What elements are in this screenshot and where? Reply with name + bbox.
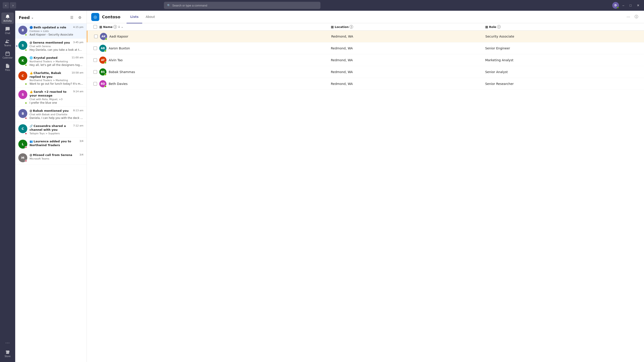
- sidebar-item-chat[interactable]: Chat: [1, 25, 14, 36]
- table-row[interactable]: AT Alvin Tao Redmond, WA Marketing Analy…: [87, 54, 644, 66]
- feed-item[interactable]: B 🔵Beth updated a role 4:15 pm Contoso >…: [15, 23, 86, 39]
- feed-item-preview: Hey Daniela, can you take a look at this…: [30, 48, 84, 51]
- select-all-checkbox-cell: [91, 25, 99, 28]
- sort-asc-icon[interactable]: ↓: [118, 25, 120, 28]
- feed-item[interactable]: M @Missed call from Serena 3/4 Microsoft…: [15, 151, 86, 165]
- app-body: Activity Chat Teams Calendar Files ··· S…: [0, 11, 644, 362]
- minimize-button[interactable]: –: [621, 3, 626, 8]
- cell-role: Security Associate: [486, 35, 640, 38]
- avatar-wrap: K: [18, 56, 27, 67]
- sidebar-item-files[interactable]: Files: [1, 62, 14, 73]
- sidebar-item-store[interactable]: Store: [1, 348, 14, 359]
- avatar-wrap: B: [18, 109, 27, 120]
- row-avatar: BD: [99, 80, 106, 87]
- select-all-checkbox[interactable]: [94, 25, 97, 28]
- avatar[interactable]: D: [612, 2, 619, 9]
- avatar-wrap: S: [18, 41, 27, 51]
- table-row[interactable]: BS Babak Shammas Redmond, WA Senior Anal…: [87, 66, 644, 78]
- feed-item-subtitle: Northwind Traders > Marketing: [30, 60, 84, 63]
- more-options-button[interactable]: ⋯: [625, 14, 632, 20]
- feed-title[interactable]: Feed ⌄: [19, 15, 34, 20]
- feed-item[interactable]: L 👥Laurence added you to Northwind Trade…: [15, 137, 86, 151]
- search-bar[interactable]: 🔍: [164, 2, 320, 9]
- row-checkbox[interactable]: [94, 46, 97, 50]
- filter-button[interactable]: ☰: [69, 14, 75, 20]
- cell-location: Redmond, WA: [331, 70, 485, 74]
- cell-location: Redmond, WA: [331, 82, 485, 86]
- search-input[interactable]: [172, 4, 317, 7]
- feed-item-subtitle: Chat with Babak and Charlotte: [30, 113, 84, 116]
- sidebar-item-more[interactable]: ···: [1, 339, 14, 347]
- column-header-location[interactable]: ▦ Location i: [331, 25, 485, 28]
- cell-name: AT Alvin Tao: [99, 56, 331, 64]
- name-column-label: Name: [103, 25, 112, 28]
- row-checkbox[interactable]: [94, 58, 97, 62]
- row-checkbox[interactable]: [94, 70, 97, 74]
- location-column-label: Location: [335, 25, 349, 28]
- sort-expand-icon[interactable]: ⌄: [121, 25, 123, 28]
- svg-rect-2: [6, 52, 10, 56]
- main-content: ◎ Contoso ListsAbout ⋯ ⓘ ▦ Name i ↓: [87, 11, 644, 362]
- feed-item-title: 🔵Beth updated a role: [30, 26, 72, 29]
- sidebar-item-activity[interactable]: Activity: [1, 12, 14, 24]
- row-checkbox[interactable]: [94, 82, 97, 86]
- settings-button[interactable]: ⚙: [77, 14, 83, 20]
- table-row[interactable]: BD Beth Davies Redmond, WA Senior Resear…: [87, 78, 644, 90]
- location-info-icon[interactable]: i: [350, 25, 353, 28]
- avatar-status: [25, 34, 27, 36]
- files-icon: [5, 63, 10, 68]
- location-column-grid-icon: ▦: [331, 25, 334, 28]
- nav-forward-button[interactable]: ›: [10, 2, 16, 8]
- row-avatar-status: [105, 38, 107, 40]
- avatar-status: [25, 117, 27, 119]
- tab-lists[interactable]: Lists: [126, 11, 142, 23]
- cell-location: Redmond, WA: [331, 46, 485, 50]
- column-header-name[interactable]: ▦ Name i ↓ ⌄: [99, 25, 331, 28]
- avatar-wrap: B: [18, 26, 27, 36]
- row-checkbox[interactable]: [94, 35, 98, 38]
- feed-item[interactable]: S 👍Sarah +2 reacted to your message 9:14…: [15, 88, 86, 107]
- avatar-wrap: C: [18, 71, 27, 86]
- feed-item-time: 9:14 am: [73, 90, 84, 93]
- feed-item-preview: I prefer the blue one: [30, 101, 84, 104]
- feed-content: 🌐Krystal posted 11:00 am Northwind Trade…: [30, 56, 84, 67]
- person-name: Aadi Kapoor: [109, 35, 128, 38]
- tab-about[interactable]: About: [142, 11, 158, 23]
- feed-item[interactable]: C 👍Charlotte, Babak replied to you 10:58…: [15, 69, 86, 88]
- table-row[interactable]: AK Aadi Kapoor Redmond, WA Security Asso…: [87, 31, 644, 42]
- store-icon: [5, 350, 10, 355]
- feed-item[interactable]: C 🔗Cassandra shared a channel with you 7…: [15, 122, 86, 137]
- role-column-grid-icon: ▦: [485, 25, 488, 28]
- person-name: Beth Davies: [109, 82, 128, 86]
- table-row[interactable]: AB Aaron Buxton Redmond, WA Senior Engin…: [87, 42, 644, 54]
- nav-back-button[interactable]: ‹: [3, 2, 9, 8]
- cell-role: Marketing Analyst: [485, 58, 640, 62]
- feed-item-title: 👍Charlotte, Babak replied to you: [30, 71, 71, 79]
- role-info-icon[interactable]: i: [497, 25, 501, 28]
- feed-top: 👍Charlotte, Babak replied to you 10:58 a…: [30, 71, 84, 79]
- feed-item[interactable]: B @Babak mentioned you 8:13 am Chat with…: [15, 107, 86, 122]
- feed-item-subtitle: Tailspin Toys > Suppliers: [30, 132, 84, 135]
- feed-item[interactable]: S @Serena mentioned you 3:45 pm Chat wit…: [15, 39, 86, 54]
- feed-top: 👍Sarah +2 reacted to your message 9:14 a…: [30, 90, 84, 98]
- feed-item-title: 🌐Krystal posted: [30, 56, 71, 60]
- feed-type-icon: @: [30, 109, 32, 112]
- sidebar-item-calendar[interactable]: Calendar: [1, 49, 14, 61]
- person-name: Aaron Buxton: [109, 46, 130, 50]
- feed-content: @Babak mentioned you 8:13 am Chat with B…: [30, 109, 84, 120]
- cell-name: BS Babak Shammas: [99, 68, 331, 75]
- avatar: C: [18, 124, 27, 133]
- name-info-icon[interactable]: i: [113, 25, 117, 28]
- bell-icon: [5, 14, 10, 19]
- sidebar-item-teams[interactable]: Teams: [1, 37, 14, 48]
- feed-item[interactable]: K 🌐Krystal posted 11:00 am Northwind Tra…: [15, 54, 86, 69]
- info-button[interactable]: ⓘ: [633, 14, 640, 20]
- cell-location: Redmond, WA: [331, 58, 485, 62]
- feed-top: 🔵Beth updated a role 4:15 pm: [30, 26, 84, 29]
- column-header-role[interactable]: ▦ Role i: [485, 25, 640, 28]
- cell-name: AB Aaron Buxton: [99, 45, 331, 52]
- unread-dot: [16, 45, 18, 47]
- maximize-button[interactable]: □: [628, 3, 633, 8]
- close-button[interactable]: ✕: [635, 3, 641, 8]
- activity-label: Activity: [3, 20, 12, 22]
